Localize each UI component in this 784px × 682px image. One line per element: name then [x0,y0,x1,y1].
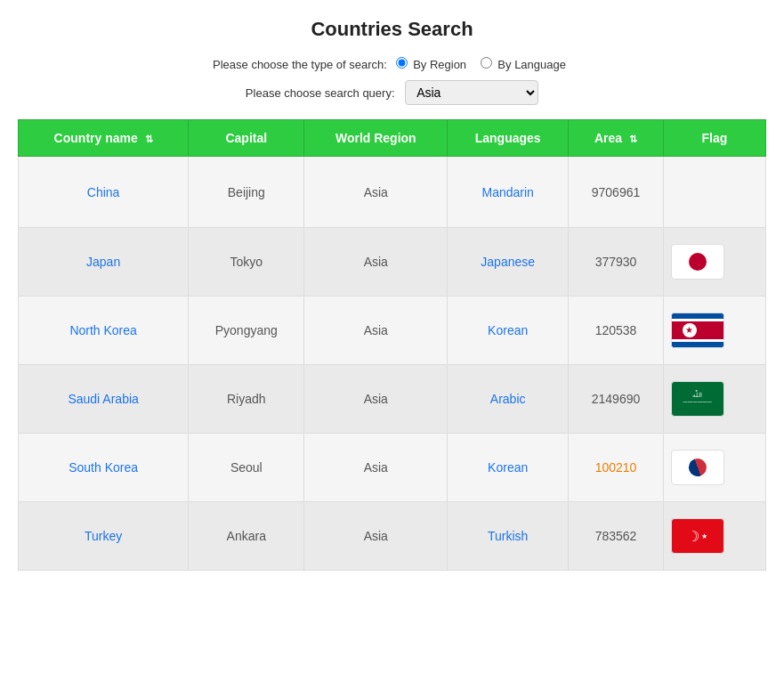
radio-language-text: By Language [497,58,566,71]
search-query-select[interactable]: Asia Europe North America South America … [405,80,538,105]
page-title: Countries Search [18,18,766,41]
th-flag-label: Flag [702,131,728,145]
cell-capital: Ankara [189,502,304,571]
cell-capital: Riyadh [189,365,304,434]
th-world-region: World Region [304,120,448,157]
flag-empty [688,173,741,208]
th-languages: Languages [448,120,569,157]
cell-region: Asia [304,365,448,434]
flag-saudi-img: اللّٰه ────── [671,381,724,417]
th-country-name[interactable]: Country name ⇅ [19,120,189,157]
cell-language: Japanese [448,228,569,296]
cell-region: Asia [304,228,448,296]
radio-by-region[interactable] [396,57,408,69]
radio-label-region[interactable]: By Region [396,58,470,71]
cell-language: Korean [448,296,569,365]
cell-flag [663,157,765,228]
sort-icon-country: ⇅ [145,134,153,145]
cell-region: Asia [304,157,448,228]
cell-area: 377930 [569,228,664,296]
cell-region: Asia [304,296,448,365]
th-area-label: Area [594,131,622,145]
th-languages-label: Languages [475,131,541,145]
cell-capital: Seoul [189,434,304,502]
search-query-label: Please choose search query: [246,86,395,100]
th-world-region-label: World Region [335,131,416,145]
countries-table: Country name ⇅ Capital World Region Lang… [18,119,766,571]
sort-icon-area: ⇅ [629,134,637,145]
cell-region: Asia [304,434,448,502]
table-body: ChinaBeijingAsiaMandarin9706961JapanToky… [19,157,766,571]
search-type-label: Please choose the type of search: [213,58,387,71]
cell-language: Turkish [448,502,569,571]
cell-flag [663,228,765,296]
cell-area: 120538 [569,296,664,365]
cell-area: 9706961 [569,157,664,228]
th-capital-label: Capital [225,131,267,145]
cell-area: 100210 [569,434,664,502]
search-type-row: Please choose the type of search: By Reg… [18,57,766,71]
radio-by-language[interactable] [481,57,492,69]
table-row: ChinaBeijingAsiaMandarin9706961 [19,157,766,228]
th-area[interactable]: Area ⇅ [569,120,664,157]
cell-language: Mandarin [448,157,569,228]
table-row: JapanTokyoAsiaJapanese377930 [19,228,766,296]
table-row: TurkeyAnkaraAsiaTurkish783562 ☽ ★ [19,502,766,571]
cell-capital: Beijing [189,157,304,228]
cell-flag: ☽ ★ [663,502,765,571]
cell-capital: Tokyo [189,228,304,296]
search-controls: Please choose the type of search: By Reg… [18,57,766,105]
cell-country-name: South Korea [19,434,189,502]
cell-area: 2149690 [569,365,664,434]
cell-flag: اللّٰه ────── [663,365,765,434]
search-query-row: Please choose search query: Asia Europe … [18,80,766,105]
cell-language: Korean [448,434,569,502]
th-country-name-label: Country name [54,131,138,145]
table-row: South KoreaSeoulAsiaKorean100210 [19,434,766,502]
flag-skorea-img [671,450,724,485]
radio-region-text: By Region [413,58,466,71]
table-row: North KoreaPyongyangAsiaKorean120538 ★ [19,296,766,365]
cell-region: Asia [304,502,448,571]
cell-country-name: Turkey [19,502,189,571]
flag-turkey-img: ☽ ★ [671,518,724,554]
cell-area: 783562 [569,502,664,571]
th-flag: Flag [663,120,765,157]
th-capital: Capital [189,120,304,157]
cell-flag: ★ [663,296,765,365]
cell-country-name: Saudi Arabia [19,365,189,434]
page-wrapper: Countries Search Please choose the type … [0,0,784,589]
radio-label-language[interactable]: By Language [481,58,566,71]
flag-japan-img [671,244,724,280]
cell-flag [663,434,765,502]
cell-country-name: China [19,157,189,228]
table-header-row: Country name ⇅ Capital World Region Lang… [19,120,766,157]
table-row: Saudi ArabiaRiyadhAsiaArabic2149690 اللّ… [19,365,766,434]
cell-language: Arabic [448,365,569,434]
flag-nkorea-img: ★ [671,313,724,348]
cell-capital: Pyongyang [189,296,304,365]
cell-country-name: Japan [19,228,189,296]
cell-country-name: North Korea [19,296,189,365]
